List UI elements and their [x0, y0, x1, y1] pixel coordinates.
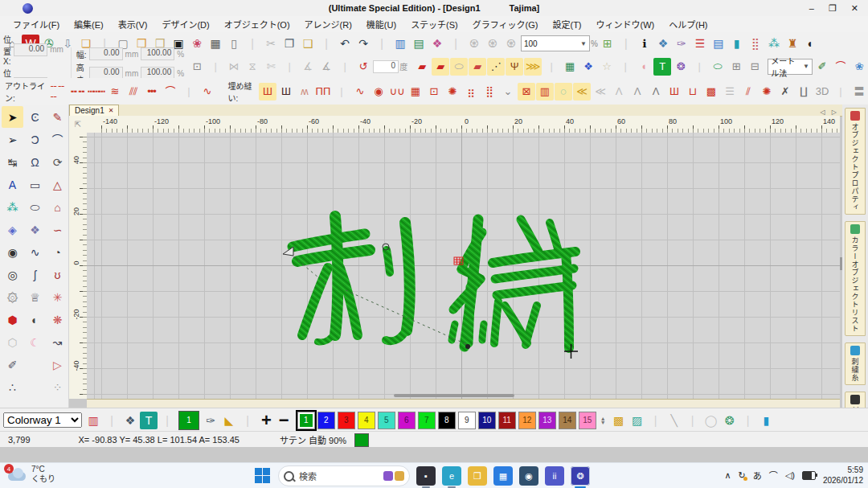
width-pct-field[interactable]: 100.00 [141, 47, 174, 60]
tool-button[interactable]: ◎ [2, 264, 23, 285]
tool-button[interactable]: ⬡ [2, 331, 23, 353]
tool-button[interactable]: ⬭ [24, 196, 46, 218]
weather-widget[interactable]: 4 7°C くもり [6, 465, 55, 484]
toolbar-button[interactable]: ▯ [225, 35, 243, 52]
menu-item[interactable]: ステッチ(S) [404, 16, 465, 32]
menu-item[interactable]: 表示(V) [112, 16, 154, 32]
toolbar-button[interactable]: ▰ [432, 58, 449, 76]
toolbar-button[interactable]: ◐ [802, 35, 820, 52]
color-chip[interactable]: 10 [478, 412, 496, 429]
tool-button[interactable]: ⁂ [2, 196, 23, 218]
palette-button[interactable]: ▨ [628, 412, 646, 429]
palette-button[interactable]: ❂ [721, 412, 739, 429]
toolbar-button[interactable]: ◖ [635, 58, 653, 76]
menu-item[interactable]: 編集(E) [68, 16, 110, 32]
tool-button[interactable]: Ͻ [24, 129, 46, 150]
outline-style-button[interactable]: ≋ [106, 83, 124, 100]
toolbar-button[interactable]: ↷ [354, 35, 372, 52]
speaker-icon[interactable]: ◁) [785, 470, 795, 481]
pos-x-field[interactable]: 0.00 [14, 43, 47, 56]
outline-style-button[interactable]: ╌ ╌ ╌ [50, 83, 68, 100]
toolbar-button[interactable]: ℹ [636, 35, 653, 52]
toolbar-button[interactable]: | [336, 58, 354, 76]
taskbar-app-icon[interactable]: ◉ [519, 466, 538, 486]
fill-style-button[interactable]: ⌄ [499, 83, 517, 100]
fill-style-button[interactable]: 〓 [850, 83, 868, 100]
tab-design1[interactable]: Design1 ✕ [69, 105, 119, 116]
toolbar-button[interactable]: ⬭ [709, 58, 727, 76]
toolbar-button[interactable]: ✄ [262, 58, 280, 76]
color-chip[interactable]: 5 [378, 412, 395, 429]
tool-button[interactable]: ☾ [24, 331, 46, 353]
outline-style-button[interactable]: ⫽⫽ [125, 83, 142, 100]
fill-style-button[interactable]: | [333, 83, 350, 100]
toolbar-button[interactable]: ❖ [654, 35, 672, 52]
outline-style-button[interactable]: ┅┅┅ [88, 83, 105, 100]
toolbar-button[interactable]: ▦ [561, 58, 579, 76]
toolbar-button[interactable]: ▰ [413, 58, 431, 76]
sync-icon[interactable]: ↻ [739, 470, 746, 481]
tool-button[interactable]: ∿ [24, 241, 46, 263]
menu-item[interactable]: デザイン(D) [155, 16, 215, 32]
tool-button[interactable]: ✳ [47, 286, 68, 308]
palette-button[interactable]: ▩ [610, 412, 628, 429]
toolbar-button[interactable]: | [616, 58, 634, 76]
color-chip[interactable]: 6 [398, 412, 416, 429]
palette-button[interactable]: | [103, 412, 121, 429]
toolbar-button[interactable]: ♜ [784, 35, 801, 52]
tool-button[interactable]: ∴ [2, 376, 23, 398]
fill-style-button[interactable]: Ш [277, 83, 295, 100]
toolbar-button[interactable]: ⋈ [225, 58, 243, 76]
color-chip[interactable]: 7 [418, 412, 436, 429]
tool-button[interactable]: ∽ [47, 219, 68, 240]
battery-icon[interactable] [802, 471, 816, 480]
tool-button[interactable]: ⬢ [2, 309, 23, 330]
fill-style-button[interactable]: Ш [259, 83, 276, 100]
tool-button[interactable]: ▭ [24, 174, 46, 195]
palette-button[interactable]: ◣ [220, 412, 238, 429]
tool-button[interactable]: ↹ [2, 151, 23, 173]
toolbar-button[interactable]: ↺ [354, 58, 372, 76]
current-color-chip[interactable]: 1 [178, 411, 199, 430]
start-button[interactable] [254, 467, 272, 485]
tool-button[interactable]: ♕ [24, 286, 46, 308]
tool-button[interactable] [24, 354, 46, 375]
toolbar-button[interactable]: ⧖ [244, 58, 261, 76]
taskbar-app-icon[interactable]: ii [545, 466, 564, 486]
toolbar-button[interactable]: ♼ [484, 35, 502, 52]
toolbar-button[interactable]: ⣿ [747, 35, 764, 52]
fill-style-button[interactable]: ⫽ [739, 83, 757, 100]
toolbar-button[interactable]: ⁂ [765, 35, 783, 52]
menu-item[interactable]: オブジェクト(O) [218, 16, 297, 32]
toolbar-button[interactable]: ⋙ [524, 58, 542, 76]
toolbar-button[interactable]: ▤ [410, 35, 428, 52]
fill-style-button[interactable]: ⊔ [684, 83, 702, 100]
tool-button[interactable]: Ω [24, 151, 46, 173]
fill-style-button[interactable]: ∪∪ [388, 83, 406, 100]
fill-style-button[interactable]: ◉ [370, 83, 387, 100]
palette-button[interactable]: | [239, 412, 256, 429]
chip-scroll-spinner[interactable]: ▲▼ [600, 416, 606, 424]
width-field[interactable]: 0.00 [89, 47, 123, 60]
tool-button[interactable]: Ͼ [24, 106, 46, 128]
color-chip[interactable]: 13 [538, 412, 556, 429]
menu-item[interactable]: ヘルプ(H) [662, 16, 714, 32]
fill-style-button[interactable]: Λ [610, 83, 628, 100]
tray-chevron-icon[interactable]: ∧ [725, 470, 731, 481]
palette-button[interactable]: | [158, 412, 176, 429]
toolbar-button[interactable]: ▥ [391, 35, 409, 52]
tool-button[interactable]: ✎ [47, 106, 68, 128]
tool-button[interactable]: ۞ [2, 286, 23, 308]
taskbar-app-icon[interactable]: ▪ [416, 466, 436, 486]
tool-button[interactable]: ✐ [2, 354, 23, 375]
panel-tab[interactable]: オブジェクトプロパティ [845, 108, 866, 215]
outline-style-button[interactable]: ⌒ [162, 83, 179, 100]
tool-button[interactable]: ◔ [47, 241, 68, 263]
taskbar-app-icon[interactable]: e [442, 466, 461, 486]
toolbar-button[interactable]: | [373, 35, 391, 52]
tool-button[interactable]: ↝ [47, 331, 68, 353]
fill-style-button[interactable]: ▩ [702, 83, 720, 100]
toolbar-button[interactable]: | [207, 58, 224, 76]
toolbar-button[interactable]: ☆ [598, 58, 616, 76]
outline-style-button[interactable]: ╍ ╍ [69, 83, 87, 100]
